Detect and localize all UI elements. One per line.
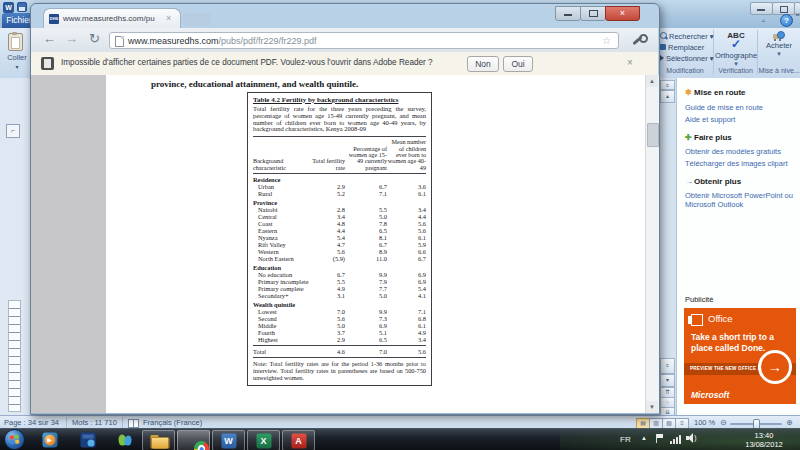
adobe-reader-icon: A: [291, 433, 306, 448]
taskbar-excel-button[interactable]: X: [247, 430, 280, 450]
chrome-maximize-button[interactable]: [580, 6, 606, 21]
chrome-minimize-button[interactable]: [555, 6, 581, 21]
find-button[interactable]: Rechercher ▾: [660, 32, 714, 41]
table-cell: 5.0: [311, 322, 345, 329]
table-cell: 6.5: [345, 336, 387, 343]
address-bar[interactable]: www.measuredhs.com/pubs/pdf/fr229/fr229.…: [109, 32, 619, 49]
bookmark-star-icon[interactable]: ☆: [602, 35, 611, 46]
start-button[interactable]: [4, 429, 25, 450]
proofing-status-icon[interactable]: [128, 419, 139, 428]
column-header: Total fertility rate: [311, 158, 345, 171]
chrome-close-button[interactable]: ×: [605, 6, 640, 21]
word-logo-icon[interactable]: W: [3, 2, 14, 13]
select-icon: [660, 55, 664, 61]
back-icon[interactable]: ←: [43, 31, 56, 46]
paste-button[interactable]: Coller: [2, 53, 32, 62]
wmp-icon: ▶: [42, 432, 57, 447]
action-center-flag-icon[interactable]: [656, 433, 664, 444]
split-handle-icon[interactable]: ≡: [660, 80, 675, 90]
infobar-no-button[interactable]: Non: [467, 56, 499, 72]
scroll-up-icon[interactable]: ▴: [660, 90, 675, 103]
word-restore-button[interactable]: [772, 2, 795, 15]
table-row: No education6.79.96.9: [253, 271, 426, 278]
taskbar-adobe-button[interactable]: A: [282, 430, 315, 450]
arrow-circle-icon[interactable]: →: [758, 350, 792, 384]
pane-link[interactable]: Télécharger des images clipart: [685, 159, 788, 168]
word-icon: W: [221, 433, 236, 448]
table-cell: 3.4: [387, 206, 426, 213]
table-cell: 6.5: [345, 227, 387, 234]
show-hidden-icons-arrow[interactable]: ▲: [641, 435, 647, 441]
table-cell: 4.8: [311, 220, 345, 227]
tray-clock[interactable]: 13:40 13/08/2012: [735, 431, 793, 449]
word-count-status[interactable]: Mots : 11 710: [72, 418, 117, 427]
collapse-ribbon-icon[interactable]: ▵: [762, 16, 765, 23]
table-cell: Primary complete: [253, 285, 311, 292]
pane-link[interactable]: Obtenir des modèles gratuits: [685, 147, 781, 156]
infobar-yes-button[interactable]: Oui: [503, 56, 533, 72]
volume-icon[interactable]: ): [686, 433, 700, 444]
table-cell: 5.4: [387, 285, 426, 292]
taskbar-explorer-button[interactable]: [142, 430, 175, 450]
url-text: www.measuredhs.com/pubs/pdf/fr229/fr229.…: [128, 36, 317, 46]
table-cell: 6.1: [387, 190, 426, 197]
scroll-down-icon[interactable]: ▼: [646, 401, 658, 413]
tab-title: www.measuredhs.com/pu: [63, 14, 163, 23]
taskbar-chrome-button[interactable]: [177, 430, 210, 450]
language-status[interactable]: Français (France): [143, 418, 202, 427]
scrollbar-thumb[interactable]: [647, 123, 659, 147]
word-close-button[interactable]: ×: [794, 2, 800, 15]
scrollbar-thumb[interactable]: ≡: [660, 358, 675, 374]
reload-icon[interactable]: ↻: [89, 31, 100, 46]
table-section-header: Province: [253, 199, 426, 206]
scroll-up-icon[interactable]: ▲: [646, 75, 658, 87]
clock-time: 13:40: [735, 431, 793, 440]
pdf-body-text: province, educational attainment, and we…: [151, 79, 358, 89]
office-ad[interactable]: Office Take a short trip to a place call…: [684, 308, 796, 404]
browser-tab[interactable]: DHS www.measuredhs.com/pu ×: [43, 8, 181, 29]
tab-stop-selector-icon[interactable]: ⌐: [6, 124, 20, 138]
table-cell: 3.4: [311, 213, 345, 220]
buy-dropdown-caret[interactable]: ▾: [760, 50, 798, 58]
network-icon[interactable]: [670, 433, 680, 444]
table-cell: 6.7: [387, 255, 426, 262]
table-cell: North Eastern: [253, 255, 311, 262]
tab-close-icon[interactable]: ×: [166, 13, 171, 23]
zoom-level[interactable]: 100 %: [694, 418, 715, 427]
clipboard-icon[interactable]: [8, 33, 23, 51]
zoom-out-icon[interactable]: ⊖: [720, 418, 727, 427]
table-cell: Western: [253, 248, 311, 255]
page-count-status[interactable]: Page : 34 sur 34: [4, 418, 59, 427]
scroll-down-icon[interactable]: ▾: [660, 374, 675, 387]
taskbar-word-button[interactable]: W: [212, 430, 245, 450]
taskbar-wmp-button[interactable]: ▶: [34, 430, 65, 449]
spelling-button[interactable]: ABC ✓ Orthographe ▾: [714, 31, 758, 68]
zoom-in-icon[interactable]: ⊕: [786, 418, 793, 427]
table-row: Primary complete4.97.75.4: [253, 285, 426, 292]
word-minimize-button[interactable]: [750, 2, 773, 15]
buy-button[interactable]: Acheter ▾: [760, 31, 798, 58]
wrench-menu-icon[interactable]: [627, 32, 649, 48]
table-cell: 9.9: [345, 271, 387, 278]
pane-link[interactable]: Aide et support: [685, 115, 735, 124]
windows-flag-icon: [10, 435, 20, 445]
table-cell: 6.7: [311, 271, 345, 278]
document-icon: [115, 36, 124, 47]
pane-link[interactable]: Guide de mise en route: [685, 103, 763, 112]
forward-icon[interactable]: →: [65, 31, 78, 46]
new-tab-button[interactable]: [183, 13, 211, 25]
chrome-window: DHS www.measuredhs.com/pu × × ← → ↻ www.…: [30, 3, 660, 415]
pane-link[interactable]: Obtenir Microsoft PowerPoint ou Microsof…: [685, 191, 797, 209]
pdf-scrollbar[interactable]: ▲ ▼: [645, 75, 659, 413]
infobar-close-icon[interactable]: ×: [627, 57, 633, 68]
table-section-header: Residence: [253, 176, 426, 183]
select-button[interactable]: Sélectionner ▾: [660, 54, 714, 63]
language-indicator[interactable]: FR: [620, 435, 631, 444]
help-button[interactable]: ?: [780, 14, 793, 27]
table-cell: 11.0: [345, 255, 387, 262]
paste-dropdown-caret[interactable]: ▾: [2, 63, 32, 70]
taskbar-mail-button[interactable]: [72, 430, 103, 449]
save-icon[interactable]: [17, 2, 27, 12]
taskbar-messenger-button[interactable]: [110, 430, 141, 449]
replace-button[interactable]: Remplacer: [660, 43, 704, 52]
